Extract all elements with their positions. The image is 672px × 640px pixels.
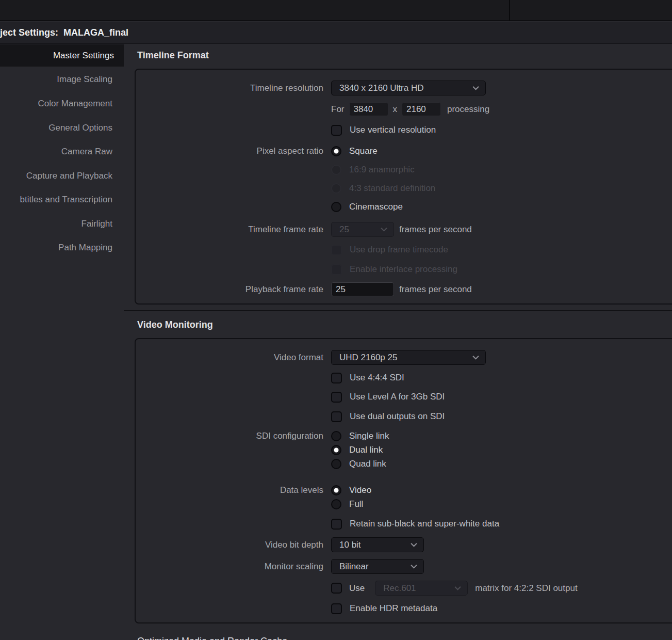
processing-height-input[interactable]	[402, 102, 441, 116]
pixel-aspect-square-radio[interactable]	[331, 146, 341, 156]
video-bit-depth-dropdown[interactable]: 10 bit	[331, 537, 424, 552]
sidebar-item-fairlight[interactable]: Fairlight	[0, 213, 122, 235]
timeline-fps-suffix: frames per second	[399, 225, 472, 235]
data-levels-full-label: Full	[349, 499, 363, 509]
use-vertical-resolution-row: Use vertical resolution	[136, 124, 672, 136]
chevron-down-icon	[472, 86, 479, 90]
chevron-down-icon	[454, 586, 461, 590]
pixel-aspect-ratio-row-square: Pixel aspect ratio Square	[136, 145, 672, 157]
use-level-a-label: Use Level A for 3Gb SDI	[350, 392, 445, 402]
pixel-aspect-ratio-row-cinemascope: Cinemascope	[136, 201, 672, 213]
timeline-resolution-row: Timeline resolution 3840 x 2160 Ultra HD	[136, 81, 672, 95]
enable-hdr-row: Enable HDR metadata	[136, 602, 672, 615]
data-levels-full-radio[interactable]	[331, 499, 341, 509]
pixel-aspect-square-label: Square	[349, 146, 378, 156]
matrix-dropdown: Rec.601	[375, 581, 468, 596]
playback-fps-suffix: frames per second	[399, 284, 472, 295]
use-vertical-resolution-checkbox[interactable]	[331, 125, 342, 136]
video-bit-depth-label: Video bit depth	[136, 540, 323, 550]
video-format-label: Video format	[136, 353, 323, 363]
video-format-value: UHD 2160p 25	[339, 353, 397, 363]
sdi-config-row-quad: Quad link	[136, 458, 672, 470]
matrix-value: Rec.601	[383, 583, 416, 594]
section-title-timeline-format: Timeline Format	[137, 50, 209, 61]
use-dual-outputs-row: Use dual outputs on SDI	[136, 410, 672, 423]
monitor-scaling-value: Bilinear	[339, 562, 369, 572]
timeline-frame-rate-label: Timeline frame rate	[136, 225, 323, 235]
data-levels-video-label: Video	[349, 485, 371, 495]
sidebar-item-general-options[interactable]: General Options	[0, 117, 122, 139]
enable-interlace-checkbox	[331, 264, 342, 275]
by-label: x	[393, 104, 398, 115]
pixel-aspect-anamorphic-radio	[331, 165, 341, 175]
pixel-aspect-standard-label: 4:3 standard definition	[349, 183, 435, 194]
video-bit-depth-value: 10 bit	[339, 540, 361, 550]
data-levels-row-full: Full	[136, 498, 672, 510]
retain-sub-black-label: Retain sub-black and super-white data	[350, 519, 499, 529]
sdi-config-row-dual: Dual link	[136, 444, 672, 456]
sdi-configuration-label: SDI configuration	[136, 431, 323, 441]
sidebar-item-color-management[interactable]: Color Management	[0, 92, 122, 115]
chevron-down-icon	[381, 227, 387, 232]
playback-frame-rate-input[interactable]	[331, 282, 394, 296]
section-divider	[124, 310, 672, 311]
use-444-sdi-label: Use 4:4:4 SDI	[350, 373, 404, 383]
video-format-dropdown[interactable]: UHD 2160p 25	[331, 350, 486, 365]
use-444-sdi-checkbox[interactable]	[331, 373, 342, 383]
sdi-dual-link-radio[interactable]	[331, 445, 341, 455]
sdi-config-row-single: SDI configuration Single link	[136, 430, 672, 442]
sdi-single-link-radio[interactable]	[331, 431, 341, 441]
monitor-scaling-dropdown[interactable]: Bilinear	[331, 559, 424, 574]
pixel-aspect-cinemascope-label: Cinemascope	[349, 202, 403, 212]
monitor-scaling-row: Monitor scaling Bilinear	[136, 559, 672, 574]
retain-sub-black-checkbox[interactable]	[331, 519, 342, 530]
dialog-title-bar: ject Settings: MALAGA_final	[0, 22, 672, 44]
chevron-down-icon	[472, 355, 479, 360]
sdi-quad-link-label: Quad link	[349, 459, 386, 469]
sidebar-item-path-mapping[interactable]: Path Mapping	[0, 236, 122, 259]
use-matrix-checkbox[interactable]	[331, 583, 342, 594]
data-levels-row-video: Data levels Video	[136, 484, 672, 497]
timeline-resolution-dropdown[interactable]: 3840 x 2160 Ultra HD	[331, 81, 486, 95]
use-drop-frame-row: Use drop frame timecode	[136, 244, 672, 256]
playback-frame-rate-label: Playback frame rate	[136, 284, 323, 295]
use-444-sdi-row: Use 4:4:4 SDI	[136, 372, 672, 384]
playback-frame-rate-row: Playback frame rate frames per second	[136, 282, 672, 296]
chevron-down-icon	[411, 542, 417, 547]
matrix-output-row: Use Rec.601 matrix for 4:2:2 SDI output	[136, 581, 672, 596]
use-drop-frame-checkbox	[331, 245, 342, 255]
timeline-resolution-value: 3840 x 2160 Ultra HD	[339, 83, 423, 93]
video-format-row: Video format UHD 2160p 25	[136, 350, 672, 365]
pixel-aspect-ratio-row-standard: 4:3 standard definition	[136, 182, 672, 195]
sidebar-item-subtitles-and-transcription[interactable]: btitles and Transcription	[0, 188, 122, 211]
project-settings-dialog: { "window": { "title": "ject Settings: M…	[0, 0, 672, 640]
sdi-quad-link-radio[interactable]	[331, 459, 341, 469]
sidebar-item-master-settings[interactable]: Master Settings	[0, 44, 124, 67]
sdi-single-link-label: Single link	[349, 431, 389, 441]
monitor-scaling-label: Monitor scaling	[136, 562, 323, 572]
enable-hdr-checkbox[interactable]	[331, 603, 342, 614]
processing-width-input[interactable]	[349, 102, 388, 116]
retain-sub-black-row: Retain sub-black and super-white data	[136, 518, 672, 530]
data-levels-label: Data levels	[136, 485, 323, 495]
pixel-aspect-anamorphic-label: 16:9 anamorphic	[349, 165, 415, 175]
matrix-suffix: matrix for 4:2:2 SDI output	[475, 583, 577, 594]
enable-interlace-label: Enable interlace processing	[350, 264, 457, 275]
timeline-resolution-label: Timeline resolution	[136, 83, 323, 93]
timeline-frame-rate-dropdown: 25	[331, 222, 394, 237]
use-matrix-label: Use	[349, 583, 365, 594]
processing-resolution-row: For x processing	[136, 102, 672, 116]
use-dual-outputs-checkbox[interactable]	[331, 411, 342, 422]
video-bit-depth-row: Video bit depth 10 bit	[136, 537, 672, 552]
timeline-frame-rate-value: 25	[339, 225, 349, 235]
top-bar-divider	[509, 0, 510, 21]
use-dual-outputs-label: Use dual outputs on SDI	[350, 411, 445, 422]
sidebar-item-capture-and-playback[interactable]: Capture and Playback	[0, 165, 122, 187]
sidebar-item-camera-raw[interactable]: Camera Raw	[0, 140, 122, 163]
sidebar-item-image-scaling[interactable]: Image Scaling	[0, 68, 122, 90]
pixel-aspect-cinemascope-radio[interactable]	[331, 202, 341, 212]
pixel-aspect-ratio-row-anamorphic: 16:9 anamorphic	[136, 164, 672, 176]
data-levels-video-radio[interactable]	[331, 485, 341, 495]
enable-interlace-row: Enable interlace processing	[136, 263, 672, 276]
use-level-a-checkbox[interactable]	[331, 392, 342, 403]
